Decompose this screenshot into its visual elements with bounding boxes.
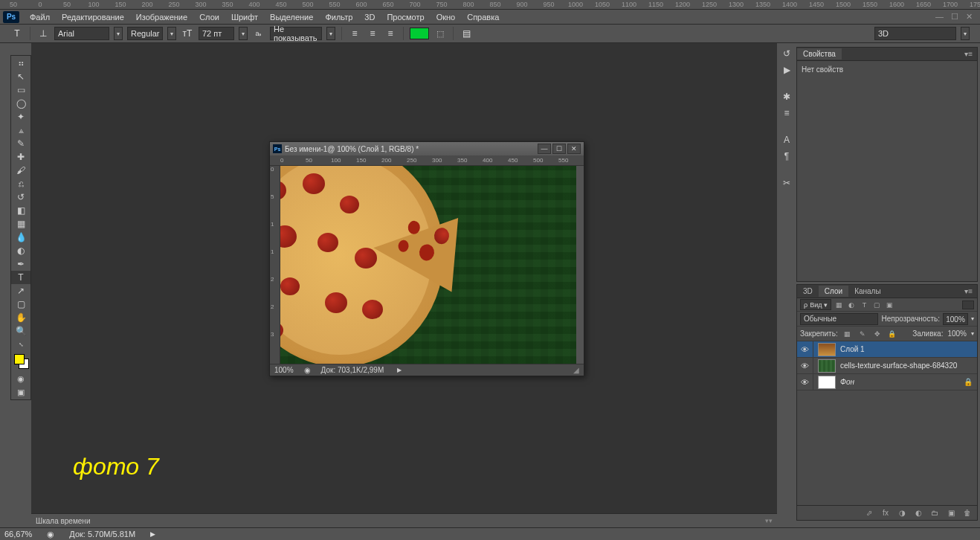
layer-name[interactable]: cells-texture-surface-shape-684320 (840, 361, 957, 370)
layer-row[interactable]: 👁 cells-texture-surface-shape-684320 (797, 358, 977, 374)
visibility-icon[interactable]: 👁 (797, 374, 813, 390)
tab-properties[interactable]: Свойства (797, 48, 842, 60)
doc-nav-icon[interactable]: ◉ (304, 366, 311, 374)
color-picker[interactable] (11, 353, 30, 372)
layer-name[interactable]: Слой 1 (840, 345, 865, 353)
filter-type-icon[interactable]: T (859, 300, 869, 310)
timeline-label[interactable]: Шкала времени (36, 517, 90, 525)
delete-layer-icon[interactable]: 🗑 (962, 508, 973, 518)
opacity-input[interactable]: 100% (943, 313, 968, 325)
text-color-swatch[interactable] (410, 28, 429, 39)
menu-window[interactable]: Окно (431, 10, 462, 24)
doc-close-icon[interactable]: ✕ (567, 144, 581, 154)
tab-channels[interactable]: Каналы (848, 286, 887, 297)
menu-type[interactable]: Шрифт (225, 10, 264, 24)
healing-tool[interactable]: ✚ (11, 150, 30, 164)
visibility-icon[interactable]: 👁 (797, 358, 813, 373)
foreground-color-swatch[interactable] (14, 354, 25, 364)
panel-menu-icon[interactable]: ▾≡ (960, 50, 977, 58)
doc-zoom[interactable]: 100% (274, 366, 294, 374)
layer-fx-icon[interactable]: fx (880, 508, 891, 518)
font-style-dropdown[interactable]: ▾ (167, 27, 176, 40)
tab-3d[interactable]: 3D (797, 286, 819, 297)
font-size-select[interactable]: 72 пт (199, 27, 234, 40)
filter-adjust-icon[interactable]: ◐ (846, 300, 857, 310)
move-tool[interactable]: ↖ (11, 70, 30, 83)
adjustments-icon[interactable]: ✂ (779, 176, 794, 190)
close-icon[interactable]: ✕ (966, 12, 973, 22)
app-zoom[interactable]: 66,67% (4, 530, 32, 539)
aa-select[interactable]: Не показывать (270, 27, 322, 40)
quick-mask-icon[interactable]: ◉ (11, 372, 30, 385)
layer-thumbnail[interactable] (818, 359, 836, 373)
menu-image[interactable]: Изображение (130, 10, 193, 24)
swap-colors-icon[interactable]: ⤡ (11, 338, 30, 351)
layer-thumbnail[interactable] (818, 376, 836, 389)
filter-kind-select[interactable]: ρВид▾ (800, 299, 831, 310)
aa-dropdown[interactable]: ▾ (326, 27, 335, 40)
font-family-dropdown[interactable]: ▾ (114, 27, 123, 40)
zoom-tool[interactable]: 🔍 (11, 324, 30, 338)
align-left-icon[interactable]: ≡ (348, 27, 361, 40)
blur-tool[interactable]: 💧 (11, 231, 30, 244)
workspace-dropdown[interactable]: ▾ (961, 27, 970, 40)
menu-3d[interactable]: 3D (358, 10, 381, 24)
font-family-select[interactable]: Arial (54, 27, 109, 40)
fill-dropdown-icon[interactable]: ▾ (971, 330, 974, 337)
paragraph-icon[interactable]: ¶ (779, 150, 794, 163)
orientation-icon[interactable]: ⊥ (36, 27, 50, 40)
doc-maximize-icon[interactable]: ☐ (552, 144, 566, 154)
filter-shape-icon[interactable]: ▢ (871, 300, 882, 310)
dodge-tool[interactable]: ◐ (11, 244, 30, 257)
type-tool[interactable]: T (11, 271, 30, 284)
filter-toggle[interactable] (962, 300, 974, 309)
character-panel-icon[interactable]: ▤ (460, 27, 473, 40)
warp-text-icon[interactable]: ⬚ (433, 27, 447, 40)
hand-tool[interactable]: ✋ (11, 311, 30, 324)
wand-tool[interactable]: ✦ (11, 110, 30, 123)
layer-row[interactable]: 👁 Фон 🔒 (797, 374, 977, 390)
menu-edit[interactable]: Редактирование (56, 10, 130, 24)
menu-filter[interactable]: Фильтр (319, 10, 358, 24)
doc-resize-handle[interactable]: ◢ (573, 366, 579, 374)
type-tool-icon[interactable]: T (10, 27, 24, 40)
stamp-tool[interactable]: ⎌ (11, 177, 30, 190)
brush-tool[interactable]: 🖌 (11, 164, 30, 177)
document-canvas[interactable] (280, 166, 576, 364)
marquee-tool[interactable]: ▭ (11, 83, 30, 97)
history-icon[interactable]: ↺ (779, 47, 794, 60)
app-status-arrow-icon[interactable]: ▶ (150, 530, 155, 538)
tab-layers[interactable]: Слои (819, 286, 848, 297)
lock-transparent-icon[interactable]: ▦ (842, 329, 853, 339)
menu-help[interactable]: Справка (461, 10, 505, 24)
brush-preset-icon[interactable]: ✱ (779, 90, 794, 103)
handle-icon[interactable]: ⠶ (11, 57, 30, 70)
menu-file[interactable]: Файл (24, 10, 56, 24)
eyedropper-tool[interactable]: ✎ (11, 137, 30, 150)
lock-all-icon[interactable]: 🔒 (887, 329, 897, 339)
workspace-select[interactable]: 3D (874, 27, 956, 40)
pen-tool[interactable]: ✒ (11, 257, 30, 271)
lock-position-icon[interactable]: ✥ (872, 329, 883, 339)
opacity-dropdown-icon[interactable]: ▾ (971, 315, 974, 322)
menu-select[interactable]: Выделение (264, 10, 319, 24)
timeline-collapse-icon[interactable]: ▾▾ (765, 517, 773, 524)
lock-pixels-icon[interactable]: ✎ (857, 329, 868, 339)
maximize-icon[interactable]: ☐ (951, 12, 958, 22)
font-size-dropdown[interactable]: ▾ (239, 27, 248, 40)
doc-minimize-icon[interactable]: — (538, 144, 551, 154)
visibility-icon[interactable]: 👁 (797, 341, 813, 357)
new-layer-icon[interactable]: ▣ (946, 508, 956, 518)
actions-icon[interactable]: ▶ (779, 63, 794, 77)
app-nav-icon[interactable]: ◉ (47, 530, 54, 539)
layer-name[interactable]: Фон (840, 378, 854, 386)
shape-tool[interactable]: ▢ (11, 298, 30, 311)
layer-mask-icon[interactable]: ◑ (897, 508, 907, 518)
layer-row[interactable]: 👁 Слой 1 (797, 341, 977, 358)
path-tool[interactable]: ↗ (11, 284, 30, 298)
layer-thumbnail[interactable] (818, 343, 836, 356)
history-brush-tool[interactable]: ↺ (11, 190, 30, 204)
minimize-icon[interactable]: — (935, 12, 944, 22)
fill-input[interactable]: 100% (947, 330, 967, 338)
filter-smart-icon[interactable]: ▣ (884, 300, 894, 310)
